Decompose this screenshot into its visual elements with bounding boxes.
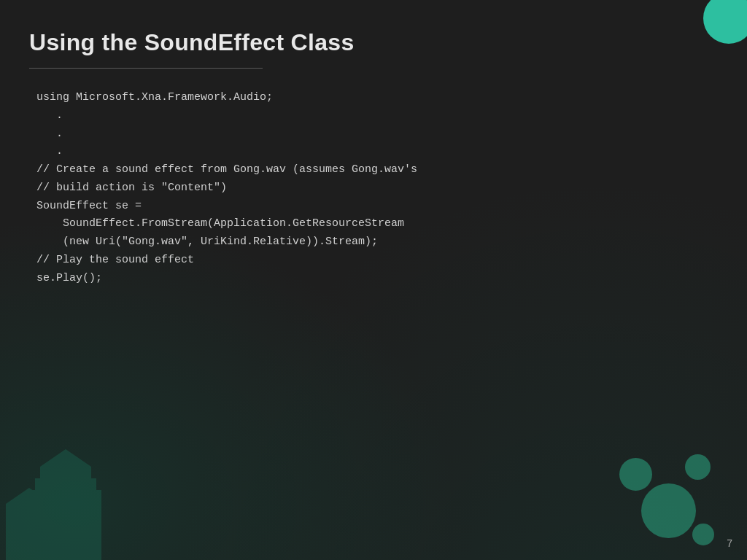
slide-title: Using the SoundEffect Class: [29, 29, 711, 56]
slide-content: Using the SoundEffect Class using Micros…: [0, 0, 747, 309]
page-number: 7: [727, 537, 732, 549]
code-line-8: SoundEffect.FromStream(Application.GetRe…: [36, 215, 711, 233]
deco-molecule: [601, 451, 718, 545]
code-line-1: using Microsoft.Xna.Framework.Audio;: [36, 89, 711, 107]
code-line-3: .: [36, 125, 711, 144]
deco-building: [0, 429, 160, 560]
code-line-7: SoundEffect se =: [36, 198, 711, 216]
code-line-6: // build action is "Content"): [36, 179, 711, 198]
code-line-12: se.Play();: [36, 270, 711, 288]
code-line-11: // Play the sound effect: [36, 252, 711, 270]
code-line-4: .: [36, 143, 711, 161]
code-line-2: .: [36, 107, 711, 125]
code-line-9: (new Uri("Gong.wav", UriKind.Relative)).…: [36, 233, 711, 252]
slide: Using the SoundEffect Class using Micros…: [0, 0, 747, 560]
code-block: using Microsoft.Xna.Framework.Audio; . .…: [29, 89, 711, 287]
title-underline: [29, 68, 263, 69]
code-line-5: // Create a sound effect from Gong.wav (…: [36, 161, 711, 179]
